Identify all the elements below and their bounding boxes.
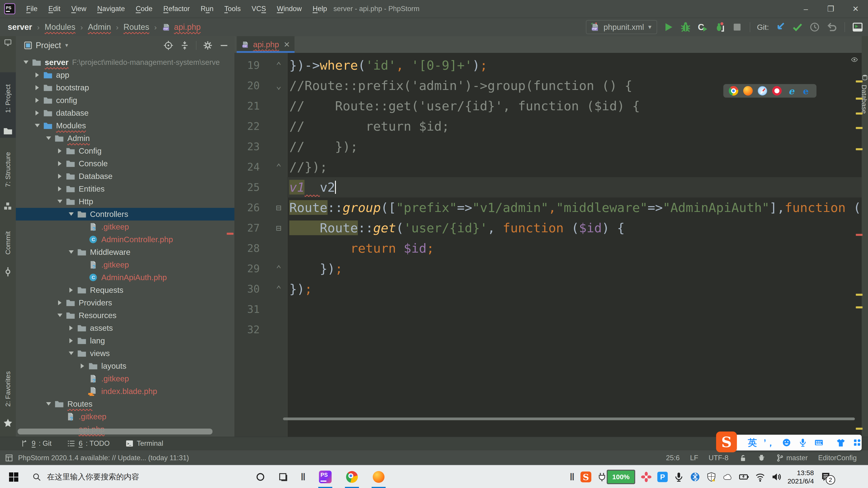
edge-icon[interactable]: e (801, 86, 811, 96)
git-branch-name[interactable]: master (786, 454, 808, 462)
tree-row[interactable]: Middleware (16, 246, 235, 258)
coverage-button[interactable]: C (697, 21, 709, 33)
stop-button[interactable] (731, 21, 743, 33)
firefox-icon[interactable] (743, 86, 753, 96)
cloud-icon[interactable] (722, 472, 733, 482)
shield-icon[interactable]: ! (706, 472, 717, 482)
sogou-tray-icon[interactable]: S (581, 471, 591, 482)
tree-row[interactable]: ?.gitkeep (16, 372, 235, 385)
fold-marker-icon[interactable]: ⌃ (272, 258, 285, 279)
warning-stripe-mark[interactable] (856, 306, 863, 308)
code-line-22[interactable]: 22// return $id; (235, 116, 862, 136)
run-button[interactable] (662, 21, 674, 33)
fold-marker-icon[interactable]: ⊟ (272, 197, 285, 218)
tree-row[interactable]: Resources (16, 309, 235, 322)
git-update-button[interactable] (774, 21, 786, 33)
sogou-logo-icon[interactable]: S (716, 431, 737, 452)
tree-row[interactable]: assets (16, 322, 235, 334)
ie-icon[interactable]: e (786, 86, 796, 96)
code-line-29[interactable]: 29⌃ }); (235, 258, 862, 279)
mic-icon[interactable] (674, 472, 684, 482)
project-horizontal-scrollbar[interactable] (18, 429, 213, 434)
fold-marker-icon[interactable]: ⊟ (272, 218, 285, 238)
tree-row[interactable]: Providers (16, 296, 235, 309)
ime-punctuation-toggle[interactable]: ’， (764, 436, 775, 449)
code-line-23[interactable]: 23// }); (235, 136, 862, 157)
battery-icon[interactable] (739, 472, 749, 482)
tree-row[interactable]: app (16, 69, 235, 81)
error-stripe-mark[interactable] (856, 234, 863, 236)
safari-icon[interactable] (758, 86, 767, 96)
collapse-all-button[interactable] (180, 40, 190, 51)
toolwin-terminal[interactable]: >_Terminal (125, 440, 163, 448)
taskbar-phpstorm[interactable]: PS (318, 465, 332, 488)
fold-marker-icon[interactable]: ⌃ (272, 279, 285, 299)
start-button[interactable] (8, 471, 19, 482)
code-line-31[interactable]: 31 (235, 299, 862, 320)
task-view-icon[interactable] (278, 472, 288, 482)
battery-widget[interactable]: 100% (597, 470, 635, 484)
restore-button[interactable]: ❐ (818, 0, 843, 18)
taskbar-clock[interactable]: 13:58 2021/6/4 (787, 468, 814, 485)
close-button[interactable]: ✕ (843, 0, 868, 18)
tree-row[interactable]: Database (16, 170, 235, 183)
tree-row[interactable]: serverF:\project\miledo-management-syste… (16, 56, 235, 69)
menu-tools[interactable]: Tools (220, 2, 245, 15)
code-line-27[interactable]: 27⊟ Route::get('user/{id}', function ($i… (235, 218, 862, 238)
chrome-icon[interactable] (729, 86, 738, 96)
code-line-24[interactable]: 24⌃//}); (235, 157, 862, 177)
code-line-19[interactable]: 19⌃})->where('id', '[0-9]+'); (235, 55, 862, 75)
breadcrumb-routes[interactable]: Routes (123, 22, 149, 32)
profiler-button[interactable] (714, 21, 726, 33)
warning-stripe-mark[interactable] (856, 80, 863, 83)
pinyin-icon[interactable]: P (657, 472, 668, 482)
code-line-21[interactable]: 21// Route::get('user/{id}', function ($… (235, 96, 862, 116)
breadcrumb-server[interactable]: server (8, 22, 32, 32)
file-encoding[interactable]: UTF-8 (709, 454, 728, 462)
bluetooth-icon[interactable] (690, 472, 700, 482)
git-rollback-button[interactable] (826, 21, 838, 33)
ime-menu-icon[interactable] (852, 438, 862, 447)
git-history-button[interactable] (809, 21, 820, 33)
hector-inspection-icon[interactable] (757, 454, 766, 462)
ime-language-toggle[interactable]: 英 (748, 436, 757, 449)
tree-row[interactable]: ?.gitkeep (16, 221, 235, 233)
tree-row[interactable]: database (16, 107, 235, 119)
warning-stripe-mark[interactable] (856, 428, 863, 430)
code-line-32[interactable]: 32 (235, 320, 862, 340)
virtual-keyboard-icon[interactable] (814, 438, 824, 447)
taskbar-browser-orange[interactable] (372, 465, 385, 488)
fold-marker-icon[interactable]: ⌄ (272, 75, 285, 96)
toolwin-git[interactable]: 9: Git (20, 440, 52, 448)
fold-marker-icon[interactable]: ⌃ (272, 55, 285, 75)
tree-row[interactable]: ?.gitkeep (16, 410, 235, 423)
git-commit-button[interactable] (792, 21, 803, 33)
menu-window[interactable]: Window (272, 2, 306, 15)
hide-panel-button[interactable] (219, 40, 229, 51)
menu-edit[interactable]: Edit (44, 2, 65, 15)
cortana-icon[interactable] (255, 472, 266, 482)
minimize-button[interactable]: – (794, 0, 818, 18)
fold-marker-icon[interactable]: ⌃ (272, 157, 285, 177)
menu-refactor[interactable]: Refactor (159, 2, 194, 15)
menu-file[interactable]: File (22, 2, 42, 15)
tool-stripe-structure[interactable]: 7: Structure (0, 138, 16, 213)
menu-run[interactable]: Run (196, 2, 218, 15)
settings-gear-icon[interactable] (203, 40, 213, 51)
tree-row[interactable]: Requests (16, 284, 235, 296)
tree-row[interactable]: views (16, 347, 235, 360)
tree-row[interactable]: layouts (16, 360, 235, 372)
tree-row[interactable]: Controllers (16, 208, 235, 221)
tree-row[interactable]: Console (16, 157, 235, 170)
skin-icon[interactable] (836, 438, 845, 447)
tree-row[interactable]: Config (16, 144, 235, 157)
warning-stripe-mark[interactable] (856, 98, 863, 100)
project-view-select[interactable]: Project ▼ (24, 41, 69, 50)
tree-row[interactable]: Routes (16, 398, 235, 410)
tree-row[interactable]: config (16, 94, 235, 107)
status-message[interactable]: PhpStorm 2020.1.4 available: // Update..… (18, 454, 189, 462)
tree-row[interactable]: index.blade.php (16, 385, 235, 398)
menu-code[interactable]: Code (131, 2, 157, 15)
notification-center-icon[interactable]: 2 (820, 471, 832, 483)
tree-row[interactable]: Entities (16, 183, 235, 195)
